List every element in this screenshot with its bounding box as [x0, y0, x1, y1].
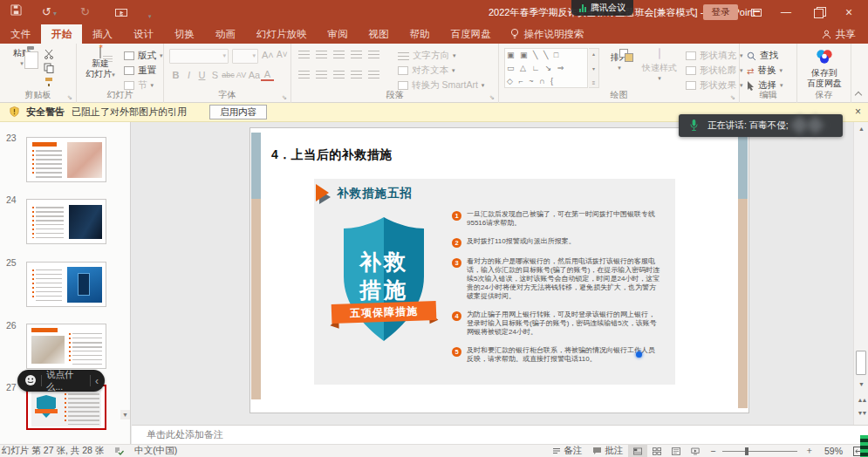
increase-indent-icon[interactable] — [351, 51, 362, 58]
align-text-button[interactable]: 对齐文本▾ — [398, 65, 455, 77]
new-slide-button[interactable]: 新建幻灯片▾ — [80, 48, 120, 80]
font-color-button[interactable]: A — [261, 69, 274, 81]
line-spacing-icon[interactable] — [368, 51, 379, 58]
zoom-slider-thumb[interactable] — [745, 447, 748, 455]
tab-help[interactable]: 帮助 — [400, 24, 441, 44]
previous-slide-icon[interactable]: ▲▲ — [854, 394, 868, 406]
tab-insert[interactable]: 插入 — [82, 24, 123, 44]
format-painter-icon[interactable] — [44, 77, 54, 89]
quick-styles-button[interactable]: 快速样式▾ — [637, 49, 682, 84]
ribbon-display-options-icon[interactable] — [743, 0, 769, 24]
thumbnail-slide-23[interactable] — [26, 137, 106, 182]
copy-icon[interactable] — [44, 63, 54, 75]
share-button[interactable]: 共享 — [810, 24, 868, 44]
reading-view-button[interactable] — [666, 445, 686, 457]
chat-collapse-icon[interactable]: ‹ — [95, 375, 99, 387]
remedy-content-box[interactable]: 补救措施五招 补救 措施 五项保障措施 — [314, 179, 675, 385]
notes-toggle[interactable]: 备注 — [547, 445, 587, 457]
decrease-indent-icon[interactable] — [333, 51, 345, 58]
align-center-icon[interactable] — [316, 71, 327, 78]
zoom-in-icon[interactable]: ＋ — [799, 445, 819, 457]
qat-more-icon[interactable]: ▾ — [148, 9, 152, 24]
zoom-out-icon[interactable]: − — [705, 445, 721, 457]
minimize-button[interactable]: — — [773, 0, 799, 24]
justify-icon[interactable] — [351, 71, 362, 78]
warning-close-icon[interactable]: × — [855, 106, 861, 118]
enable-content-button[interactable]: 启用内容 — [209, 105, 267, 119]
decrease-font-icon[interactable]: A˅ — [277, 50, 288, 59]
undo-button[interactable]: ↺▾ — [42, 4, 57, 21]
spell-check-icon[interactable] — [109, 445, 129, 457]
tab-view[interactable]: 视图 — [359, 24, 400, 44]
tab-review[interactable]: 审阅 — [318, 24, 359, 44]
zoom-slider[interactable] — [722, 445, 797, 457]
meeting-chat-bubble[interactable]: 说点什么... ‹ — [17, 370, 105, 392]
bullets-icon[interactable] — [298, 51, 310, 58]
paste-button[interactable]: 粘贴▾ — [7, 48, 37, 69]
undo-dropdown-icon[interactable]: ▾ — [53, 10, 57, 17]
thumbnail-slide-25[interactable] — [26, 262, 106, 307]
columns-icon[interactable] — [368, 71, 379, 78]
underline-button[interactable]: U — [195, 70, 208, 80]
change-case-button[interactable]: Aa — [248, 70, 261, 80]
thumbnail-slide-26[interactable] — [26, 324, 106, 369]
clipboard-dialog-launcher-icon[interactable]: ⇘ — [67, 94, 74, 101]
character-spacing-button[interactable]: AV — [235, 71, 248, 79]
thumbnail-scroll-down-icon[interactable]: ▼ — [120, 410, 130, 419]
save-to-baidu-button[interactable]: 保存到百度网盘 — [801, 48, 848, 89]
tab-home[interactable]: 开始 — [41, 24, 82, 44]
scroll-up-icon[interactable]: ▲ — [854, 123, 868, 135]
slide-sorter-view-button[interactable] — [647, 445, 666, 457]
reset-button[interactable]: 重置 — [124, 65, 156, 77]
tab-transitions[interactable]: 切换 — [164, 24, 205, 44]
shapes-scroll-up-icon[interactable]: ▴ — [592, 51, 595, 57]
drawing-dialog-launcher-icon[interactable]: ⇘ — [730, 94, 737, 101]
slide-title[interactable]: 4．上当后的补救措施 — [271, 147, 393, 163]
arrange-button[interactable]: 排列▾ — [604, 49, 635, 73]
paragraph-dialog-launcher-icon[interactable]: ⇘ — [489, 94, 496, 101]
shapes-gallery[interactable]: ▣ ▣ ╲ ╲ □ ▭ △ ∟ ↘ ⇒ ◇ ⌐ ~ ∩ { — [504, 48, 588, 88]
collapse-ribbon-icon[interactable] — [856, 89, 861, 99]
save-icon[interactable] — [10, 4, 22, 19]
shapes-gallery-scrollbar[interactable]: ▴ ▾ ≡ — [589, 48, 599, 88]
scroll-down-icon[interactable]: ▼ — [854, 379, 868, 391]
tab-file[interactable]: 文件 — [0, 24, 41, 44]
bold-button[interactable]: B — [169, 70, 182, 80]
text-shadow-button[interactable]: S — [208, 70, 222, 80]
shapes-scroll-down-icon[interactable]: ▾ — [592, 65, 595, 72]
language-indicator[interactable]: 中文(中国) — [129, 445, 182, 457]
tencent-meeting-pill[interactable]: 腾讯会议 — [571, 0, 633, 16]
increase-font-icon[interactable]: A˄ — [262, 50, 274, 60]
tell-me-search[interactable]: 操作说明搜索 — [502, 24, 593, 44]
numbering-icon[interactable] — [316, 51, 327, 58]
emoji-smiley-icon[interactable] — [24, 374, 37, 388]
align-right-icon[interactable] — [333, 71, 345, 78]
chat-input-placeholder[interactable]: 说点什么... — [46, 369, 85, 393]
close-button[interactable]: × — [836, 0, 862, 24]
login-button[interactable]: 登录 — [703, 4, 738, 20]
shapes-more-icon[interactable]: ≡ — [592, 80, 596, 85]
font-dialog-launcher-icon[interactable]: ⇘ — [282, 94, 289, 101]
next-slide-icon[interactable]: ▼▼ — [854, 407, 868, 419]
font-name-combobox[interactable] — [169, 49, 229, 64]
align-left-icon[interactable] — [298, 71, 310, 78]
meeting-speaking-toast[interactable]: 正在讲话: 百毒不侵; — [679, 114, 843, 137]
font-size-combobox[interactable] — [232, 49, 258, 64]
strikethrough-button[interactable]: abc — [222, 71, 235, 79]
normal-view-button[interactable] — [628, 445, 647, 457]
scrollbar-thumb[interactable] — [856, 351, 866, 375]
tab-design[interactable]: 设计 — [123, 24, 164, 44]
thumbnail-slide-24[interactable] — [26, 199, 106, 244]
replace-button[interactable]: ⇄ 替换▾ — [747, 65, 783, 77]
slideshow-from-start-icon[interactable] — [115, 7, 127, 22]
cut-icon[interactable] — [44, 49, 54, 61]
restore-button[interactable] — [804, 0, 830, 24]
tab-baidu-netdisk[interactable]: 百度网盘 — [441, 24, 502, 44]
shape-fill-button[interactable]: 形状填充▾ — [686, 50, 743, 62]
tab-slideshow[interactable]: 幻灯片放映 — [246, 24, 318, 44]
italic-button[interactable]: I — [182, 70, 195, 80]
layout-button[interactable]: 版式▾ — [124, 50, 163, 62]
find-button[interactable]: 查找 — [747, 50, 778, 62]
slide-canvas[interactable]: 4．上当后的补救措施 补救措施五招 补救 措施 — [250, 128, 748, 413]
shape-outline-button[interactable]: 形状轮廓▾ — [686, 65, 743, 77]
